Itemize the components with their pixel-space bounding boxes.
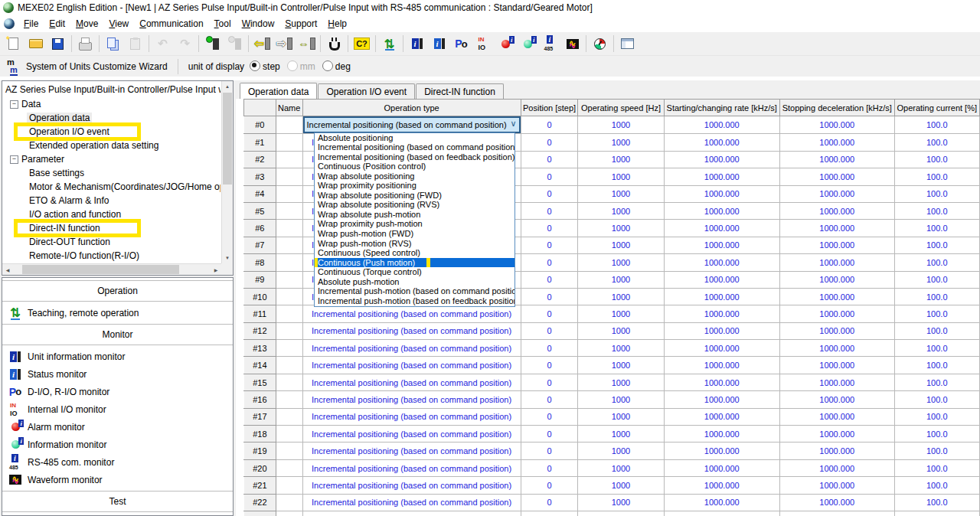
cell-position[interactable]: 0 bbox=[521, 322, 578, 339]
toolbar-window-layout-button[interactable] bbox=[616, 33, 639, 54]
cell-stopping-deceleration[interactable]: 1000.000 bbox=[779, 168, 894, 185]
cell-name[interactable] bbox=[276, 116, 302, 134]
row-header-16[interactable]: #16 bbox=[244, 391, 276, 408]
cell-name[interactable] bbox=[276, 477, 302, 494]
cell-operating-current[interactable]: 100.0 bbox=[894, 408, 980, 425]
cell-operating-current[interactable]: 100.0 bbox=[894, 305, 980, 322]
cell-starting-changing-rate[interactable]: 1000.000 bbox=[664, 477, 779, 494]
cell-name[interactable] bbox=[276, 237, 302, 253]
cell-name[interactable] bbox=[276, 305, 302, 322]
cell-position[interactable]: 0 bbox=[521, 459, 578, 476]
cell-name[interactable] bbox=[276, 340, 302, 357]
cell-stopping-deceleration[interactable]: 1000.000 bbox=[779, 426, 894, 443]
cell-operating-current[interactable]: 100.0 bbox=[894, 220, 980, 237]
tree-horizontal-scrollbar[interactable]: ◀ ▶ bbox=[2, 263, 221, 275]
cell-operating-current[interactable]: 100.0 bbox=[894, 202, 980, 219]
cell-operation-type[interactable]: Incremental positioning (based on comman… bbox=[302, 459, 521, 476]
toolbar-information-monitor-button[interactable] bbox=[517, 33, 539, 54]
tree-item-base-settings[interactable]: Base settings bbox=[4, 166, 220, 180]
toolbar-new-file-button[interactable] bbox=[2, 33, 24, 54]
cell-stopping-deceleration[interactable]: 1000.000 bbox=[779, 357, 894, 374]
toolbar-alarm-monitor-button[interactable] bbox=[495, 33, 517, 54]
cell-starting-changing-rate[interactable]: 1000.000 bbox=[664, 305, 779, 322]
cell-starting-changing-rate[interactable]: 1000.000 bbox=[664, 511, 779, 516]
cell-operating-speed[interactable]: 1000 bbox=[578, 340, 664, 357]
cell-stopping-deceleration[interactable]: 1000.000 bbox=[779, 443, 894, 459]
cell-starting-changing-rate[interactable]: 1000.000 bbox=[664, 357, 779, 374]
cell-stopping-deceleration[interactable]: 1000.000 bbox=[779, 477, 894, 494]
cell-starting-changing-rate[interactable]: 1000.000 bbox=[664, 322, 779, 339]
cell-name[interactable] bbox=[276, 494, 302, 511]
row-header-21[interactable]: #21 bbox=[244, 477, 276, 494]
cell-position[interactable]: 0 bbox=[521, 443, 578, 459]
row-header-4[interactable]: #4 bbox=[244, 185, 276, 202]
tab-operation-data[interactable]: Operation data bbox=[240, 83, 317, 99]
cell-starting-changing-rate[interactable]: 1000.000 bbox=[664, 374, 779, 390]
nav-item-d-i-o-r-i-o-monitor[interactable]: D-I/O, R-I/O monitor bbox=[2, 383, 233, 400]
cell-starting-changing-rate[interactable]: 1000.000 bbox=[664, 340, 779, 357]
row-header-15[interactable]: #15 bbox=[244, 374, 276, 390]
cell-stopping-deceleration[interactable]: 1000.000 bbox=[779, 459, 894, 476]
menu-item-support[interactable]: Support bbox=[279, 17, 322, 31]
scrollbar-thumb[interactable] bbox=[22, 265, 179, 274]
cell-position[interactable]: 0 bbox=[521, 494, 578, 511]
cell-position[interactable]: 0 bbox=[521, 391, 578, 408]
tree-root-node[interactable]: AZ Series Pulse Input/Built-in Controlle… bbox=[4, 83, 220, 97]
row-header-1[interactable]: #1 bbox=[244, 134, 276, 151]
cell-position[interactable]: 0 bbox=[521, 288, 578, 305]
cell-operating-current[interactable]: 100.0 bbox=[894, 459, 980, 476]
menu-item-edit[interactable]: Edit bbox=[44, 17, 70, 31]
cell-name[interactable] bbox=[276, 459, 302, 476]
cell-operating-speed[interactable]: 1000 bbox=[578, 511, 664, 516]
unit-radio-step[interactable] bbox=[250, 60, 260, 71]
row-header-7[interactable]: #7 bbox=[244, 237, 276, 253]
cell-operating-speed[interactable]: 1000 bbox=[578, 477, 664, 494]
cell-position[interactable]: 0 bbox=[521, 254, 578, 271]
cell-name[interactable] bbox=[276, 271, 302, 288]
toolbar-data-verify-button[interactable] bbox=[296, 33, 318, 54]
dropdown-item-continuous-torque-control[interactable]: Continuous (Torque control) bbox=[315, 267, 514, 277]
cell-stopping-deceleration[interactable]: 1000.000 bbox=[779, 271, 894, 288]
cell-operating-speed[interactable]: 1000 bbox=[578, 494, 664, 511]
cell-stopping-deceleration[interactable]: 1000.000 bbox=[779, 340, 894, 357]
menu-item-move[interactable]: Move bbox=[70, 17, 103, 31]
cell-starting-changing-rate[interactable]: 1000.000 bbox=[664, 408, 779, 425]
cell-stopping-deceleration[interactable]: 1000.000 bbox=[779, 322, 894, 339]
dropdown-item-wrap-push-motion-fwd[interactable]: Wrap push-motion (FWD) bbox=[315, 229, 514, 239]
tab-operation-i-o-event[interactable]: Operation I/O event bbox=[318, 83, 415, 99]
cell-position[interactable]: 0 bbox=[521, 185, 578, 202]
menu-item-file[interactable]: File bbox=[18, 17, 44, 31]
cell-operating-speed[interactable]: 1000 bbox=[578, 408, 664, 425]
dropdown-item-wrap-push-motion-rvs[interactable]: Wrap push-motion (RVS) bbox=[315, 239, 514, 249]
cell-operating-speed[interactable]: 1000 bbox=[578, 391, 664, 408]
cell-position[interactable]: 0 bbox=[521, 202, 578, 219]
cell-stopping-deceleration[interactable]: 1000.000 bbox=[779, 116, 894, 134]
cell-operating-speed[interactable]: 1000 bbox=[578, 202, 664, 219]
scroll-right-arrow[interactable]: ▶ bbox=[211, 264, 221, 275]
toolbar-io-test-button[interactable] bbox=[589, 33, 611, 54]
menu-item-communication[interactable]: Communication bbox=[134, 17, 208, 31]
nav-item-internal-i-o-monitor[interactable]: Internal I/O monitor bbox=[2, 400, 233, 418]
row-header-12[interactable]: #12 bbox=[244, 322, 276, 339]
dropdown-item-continuous-push-motion[interactable]: Continuous (Push motion) bbox=[315, 258, 514, 268]
cell-name[interactable] bbox=[276, 254, 302, 271]
cell-name[interactable] bbox=[276, 511, 302, 516]
dropdown-item-wrap-absolute-positioning-rvs[interactable]: Wrap absolute positioning (RVS) bbox=[315, 200, 514, 210]
toolbar-diagnosis-button[interactable] bbox=[351, 33, 373, 54]
cell-operating-current[interactable]: 100.0 bbox=[894, 271, 980, 288]
dropdown-item-absolute-positioning[interactable]: Absolute positioning bbox=[315, 133, 514, 143]
cell-position[interactable]: 0 bbox=[521, 271, 578, 288]
cell-starting-changing-rate[interactable]: 1000.000 bbox=[664, 151, 779, 168]
cell-operating-speed[interactable]: 1000 bbox=[578, 254, 664, 271]
chevron-down-icon[interactable]: ∨ bbox=[511, 119, 517, 129]
cell-starting-changing-rate[interactable]: 1000.000 bbox=[664, 202, 779, 219]
row-header-22[interactable]: #22 bbox=[244, 494, 276, 511]
menu-item-window[interactable]: Window bbox=[237, 17, 280, 31]
cell-stopping-deceleration[interactable]: 1000.000 bbox=[779, 288, 894, 305]
cell-operating-current[interactable]: 100.0 bbox=[894, 168, 980, 185]
unit-radio-deg[interactable] bbox=[322, 60, 333, 71]
cell-operating-current[interactable]: 100.0 bbox=[894, 477, 980, 494]
cell-position[interactable]: 0 bbox=[521, 134, 578, 151]
cell-position[interactable]: 0 bbox=[521, 511, 578, 516]
dropdown-item-wrap-absolute-positioning-fwd[interactable]: Wrap absolute positioning (FWD) bbox=[315, 191, 514, 201]
